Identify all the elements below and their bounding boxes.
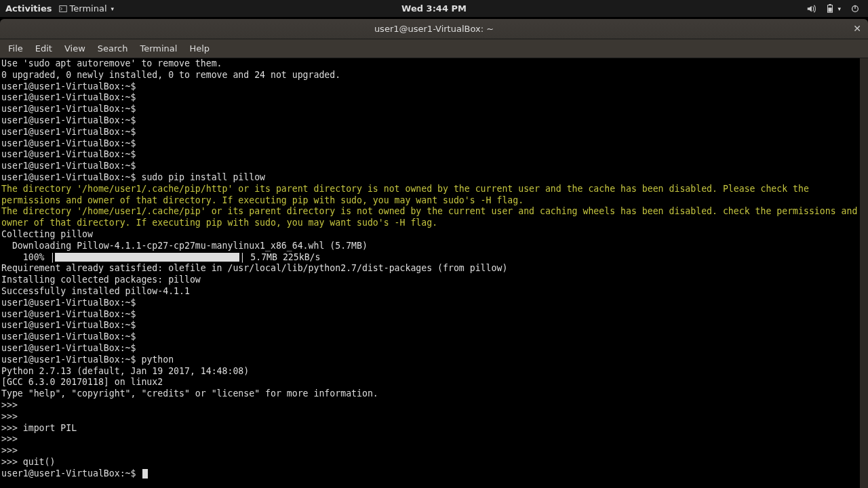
term-line: 0 upgraded, 0 newly installed, 0 to remo… — [1, 70, 340, 80]
shell-prompt: user1@user1-VirtualBox:~$ — [1, 92, 141, 102]
menu-terminal[interactable]: Terminal — [140, 43, 177, 54]
app-menu-label: Terminal — [70, 3, 107, 14]
python-banner: [GCC 6.3.0 20170118] on linux2 — [1, 377, 163, 387]
shell-prompt: user1@user1-VirtualBox:~$ — [1, 127, 141, 137]
shell-prompt: user1@user1-VirtualBox:~$ — [1, 115, 141, 125]
terminal-window: user1@user1-VirtualBox: ~ ✕ File Edit Vi… — [0, 19, 868, 488]
close-icon[interactable]: ✕ — [853, 23, 861, 34]
shell-prompt: user1@user1-VirtualBox:~$ — [1, 172, 141, 182]
shell-prompt: user1@user1-VirtualBox:~$ — [1, 104, 141, 114]
term-line: Collecting pillow — [1, 229, 93, 239]
typed-command: python — [141, 354, 174, 365]
term-line: Successfully installed pillow-4.1.1 — [1, 286, 190, 296]
app-menu[interactable]: Terminal ▾ — [59, 3, 114, 14]
clock[interactable]: Wed 3:44 PM — [401, 3, 467, 14]
shell-prompt: user1@user1-VirtualBox:~$ — [1, 161, 141, 171]
menu-search[interactable]: Search — [98, 43, 128, 54]
window-titlebar[interactable]: user1@user1-VirtualBox: ~ ✕ — [0, 19, 868, 39]
shell-prompt: user1@user1-VirtualBox:~$ — [1, 298, 141, 308]
progress-bar — [55, 253, 239, 262]
window-title: user1@user1-VirtualBox: ~ — [374, 24, 494, 34]
svg-rect-3 — [829, 7, 832, 12]
activities-button[interactable]: Activities — [5, 3, 52, 14]
shell-prompt: user1@user1-VirtualBox:~$ — [1, 309, 141, 319]
progress-rate: | 5.7MB 225kB/s — [239, 252, 320, 262]
python-prompt: >>> — [1, 400, 23, 410]
svg-rect-2 — [829, 4, 832, 5]
shell-prompt: user1@user1-VirtualBox:~$ — [1, 320, 141, 330]
progress-percent: 100% | — [1, 252, 55, 262]
term-line: Use 'sudo apt autoremove' to remove them… — [1, 58, 222, 68]
cursor — [142, 469, 148, 479]
shell-prompt: user1@user1-VirtualBox:~$ — [1, 81, 141, 92]
volume-icon[interactable] — [806, 4, 816, 14]
pip-warning: The directory '/home/user1/.cache/pip/ht… — [1, 184, 859, 207]
shell-prompt: user1@user1-VirtualBox:~$ — [1, 149, 141, 159]
pip-warning: The directory '/home/user1/.cache/pip' o… — [1, 206, 859, 229]
typed-command: sudo pip install pillow — [141, 172, 265, 182]
term-line: Requirement already satisfied: olefile i… — [1, 263, 507, 273]
shell-prompt: user1@user1-VirtualBox:~$ — [1, 138, 141, 148]
gnome-top-panel: Activities Terminal ▾ Wed 3:44 PM ▾ — [0, 0, 868, 17]
shell-prompt: user1@user1-VirtualBox:~$ — [1, 343, 141, 353]
typed-command: quit() — [23, 457, 56, 467]
menu-help[interactable]: Help — [189, 43, 210, 54]
typed-command: import PIL — [23, 423, 77, 433]
python-prompt: >>> — [1, 423, 23, 433]
shell-prompt: user1@user1-VirtualBox:~$ — [1, 354, 141, 365]
terminal-icon — [59, 5, 67, 13]
shell-prompt: user1@user1-VirtualBox:~$ — [1, 331, 141, 342]
power-icon[interactable] — [850, 4, 860, 14]
terminal-output[interactable]: Use 'sudo apt autoremove' to remove them… — [0, 58, 868, 488]
python-prompt: >>> — [1, 411, 23, 422]
python-prompt: >>> — [1, 434, 23, 444]
menu-file[interactable]: File — [8, 43, 23, 54]
python-banner: Python 2.7.13 (default, Jan 19 2017, 14:… — [1, 366, 254, 376]
shell-prompt: user1@user1-VirtualBox:~$ — [1, 468, 141, 479]
battery-icon[interactable]: ▾ — [825, 4, 841, 14]
term-line: Downloading Pillow-4.1.1-cp27-cp27mu-man… — [1, 241, 368, 251]
scrollbar[interactable] — [860, 58, 868, 488]
menu-edit[interactable]: Edit — [35, 43, 52, 54]
term-line: Installing collected packages: pillow — [1, 274, 201, 285]
menu-view[interactable]: View — [64, 43, 85, 54]
chevron-down-icon: ▾ — [111, 5, 115, 12]
menubar: File Edit View Search Terminal Help — [0, 39, 868, 58]
python-prompt: >>> — [1, 445, 23, 455]
python-prompt: >>> — [1, 457, 23, 467]
svg-rect-0 — [59, 5, 66, 12]
python-banner: Type "help", "copyright", "credits" or "… — [1, 388, 378, 399]
